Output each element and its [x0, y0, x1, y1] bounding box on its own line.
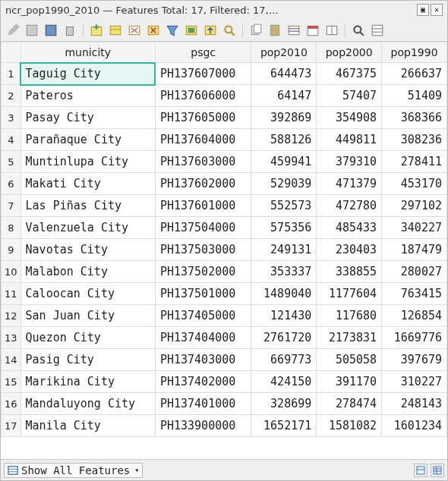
deselect-icon[interactable] [127, 23, 142, 38]
cell-pop1990[interactable]: 308236 [382, 129, 447, 151]
cell-pop2000[interactable]: 57407 [317, 85, 382, 107]
cell-pop2000[interactable]: 230403 [317, 239, 382, 261]
cell-municity[interactable]: Pateros [21, 85, 155, 107]
row-header[interactable]: 5 [2, 151, 21, 173]
cell-psgc[interactable]: PH137403000 [155, 349, 251, 371]
cell-pop2000[interactable]: 472780 [317, 195, 382, 217]
cell-psgc[interactable]: PH137604000 [155, 129, 251, 151]
cell-municity[interactable]: Manila City [21, 415, 155, 437]
close-button[interactable]: ✕ [431, 4, 443, 16]
cell-pop2010[interactable]: 644473 [251, 63, 317, 85]
paste-icon[interactable] [267, 23, 282, 38]
cell-pop2010[interactable]: 552573 [251, 195, 317, 217]
cell-psgc[interactable]: PH137601000 [155, 195, 251, 217]
select-all-icon[interactable] [184, 23, 199, 38]
search-icon[interactable] [351, 23, 366, 38]
cell-psgc[interactable]: PH137606000 [155, 85, 251, 107]
table-row[interactable]: 17Manila CityPH1339000001652171158108216… [2, 415, 447, 437]
cell-pop2000[interactable]: 1581082 [317, 415, 382, 437]
cell-pop2010[interactable]: 249131 [251, 239, 317, 261]
cell-psgc[interactable]: PH137502000 [155, 261, 251, 283]
table-row[interactable]: 16Mandaluyong CityPH13740100032869927847… [2, 393, 447, 415]
cell-municity[interactable]: Quezon City [21, 327, 155, 349]
corner-header[interactable] [2, 42, 21, 63]
cell-pop2000[interactable]: 485433 [317, 217, 382, 239]
table-row[interactable]: 6Makati CityPH13760200052903947137945317… [2, 173, 447, 195]
cell-pop2000[interactable]: 471379 [317, 173, 382, 195]
cell-pop2010[interactable]: 64147 [251, 85, 317, 107]
cell-pop2000[interactable]: 278474 [317, 393, 382, 415]
cell-pop1990[interactable]: 1669776 [382, 327, 447, 349]
cell-pop1990[interactable]: 126854 [382, 305, 447, 327]
table-row[interactable]: 1Taguig CityPH13760700064447346737526663… [2, 63, 447, 85]
cell-pop1990[interactable]: 266637 [382, 63, 447, 85]
cell-psgc[interactable]: PH137605000 [155, 107, 251, 129]
cell-municity[interactable]: Pasig City [21, 349, 155, 371]
cell-pop2010[interactable]: 575356 [251, 217, 317, 239]
cell-pop2010[interactable]: 121430 [251, 305, 317, 327]
cell-pop2000[interactable]: 505058 [317, 349, 382, 371]
cell-pop1990[interactable]: 187479 [382, 239, 447, 261]
cell-pop2000[interactable]: 2173831 [317, 327, 382, 349]
cell-psgc[interactable]: PH137603000 [155, 151, 251, 173]
cell-pop2000[interactable]: 391170 [317, 371, 382, 393]
row-header[interactable]: 4 [2, 129, 21, 151]
delete-selected-icon[interactable] [146, 23, 161, 38]
cell-psgc[interactable]: PH137501000 [155, 283, 251, 305]
cell-pop1990[interactable]: 278411 [382, 151, 447, 173]
cell-municity[interactable]: Makati City [21, 173, 155, 195]
col-header-pop1990[interactable]: pop1990 [382, 42, 447, 63]
table-row[interactable]: 2PaterosPH137606000641475740751409 [2, 85, 447, 107]
row-header[interactable]: 6 [2, 173, 21, 195]
row-header[interactable]: 17 [2, 415, 21, 437]
cell-pop1990[interactable]: 397679 [382, 349, 447, 371]
row-header[interactable]: 15 [2, 371, 21, 393]
cell-pop2000[interactable]: 379310 [317, 151, 382, 173]
cell-psgc[interactable]: PH137602000 [155, 173, 251, 195]
row-header[interactable]: 13 [2, 327, 21, 349]
cell-pop2000[interactable]: 467375 [317, 63, 382, 85]
save-icon[interactable] [43, 23, 58, 38]
cell-pop2010[interactable]: 669773 [251, 349, 317, 371]
cell-pop1990[interactable]: 280027 [382, 261, 447, 283]
cell-pop2000[interactable]: 1177604 [317, 283, 382, 305]
cell-psgc[interactable]: PH137607000 [155, 63, 251, 85]
row-header[interactable]: 14 [2, 349, 21, 371]
cell-municity[interactable]: San Juan City [21, 305, 155, 327]
row-header[interactable]: 16 [2, 393, 21, 415]
detach-button[interactable]: ▣ [417, 4, 429, 16]
cell-pop1990[interactable]: 453170 [382, 173, 447, 195]
cell-pop1990[interactable]: 297102 [382, 195, 447, 217]
cell-pop2000[interactable]: 338855 [317, 261, 382, 283]
table-row[interactable]: 13Quezon CityPH1374040002761720217383116… [2, 327, 447, 349]
cell-pop2010[interactable]: 392869 [251, 107, 317, 129]
cell-municity[interactable]: Caloocan City [21, 283, 155, 305]
cell-pop2010[interactable]: 588126 [251, 129, 317, 151]
cell-psgc[interactable]: PH137503000 [155, 239, 251, 261]
table-select-icon[interactable] [108, 23, 123, 38]
column-calc-icon[interactable] [286, 23, 301, 38]
cell-municity[interactable]: Parañaque City [21, 129, 155, 151]
table-row[interactable]: 15Marikina CityPH13740200042415039117031… [2, 371, 447, 393]
col-header-municity[interactable]: municity [21, 42, 155, 63]
cell-pop2010[interactable]: 424150 [251, 371, 317, 393]
row-header[interactable]: 3 [2, 107, 21, 129]
calendar-icon[interactable] [305, 23, 320, 38]
table-row[interactable]: 7Las Piñas CityPH13760100055257347278029… [2, 195, 447, 217]
cell-pop2010[interactable]: 2761720 [251, 327, 317, 349]
zoom-icon[interactable] [222, 23, 237, 38]
cell-psgc[interactable]: PH137405000 [155, 305, 251, 327]
form-view-button[interactable] [414, 464, 427, 477]
table-row[interactable]: 11Caloocan CityPH13750100014890401177604… [2, 283, 447, 305]
cell-municity[interactable]: Mandaluyong City [21, 393, 155, 415]
form-view-icon[interactable] [370, 23, 385, 38]
table-row[interactable]: 3Pasay CityPH137605000392869354908368366 [2, 107, 447, 129]
cell-psgc[interactable]: PH133900000 [155, 415, 251, 437]
cell-municity[interactable]: Marikina City [21, 371, 155, 393]
add-feature-icon[interactable] [89, 23, 104, 38]
cell-municity[interactable]: Las Piñas City [21, 195, 155, 217]
copy-icon[interactable] [248, 23, 263, 38]
row-header[interactable]: 11 [2, 283, 21, 305]
cell-pop2010[interactable]: 353337 [251, 261, 317, 283]
col-header-pop2010[interactable]: pop2010 [251, 42, 317, 63]
